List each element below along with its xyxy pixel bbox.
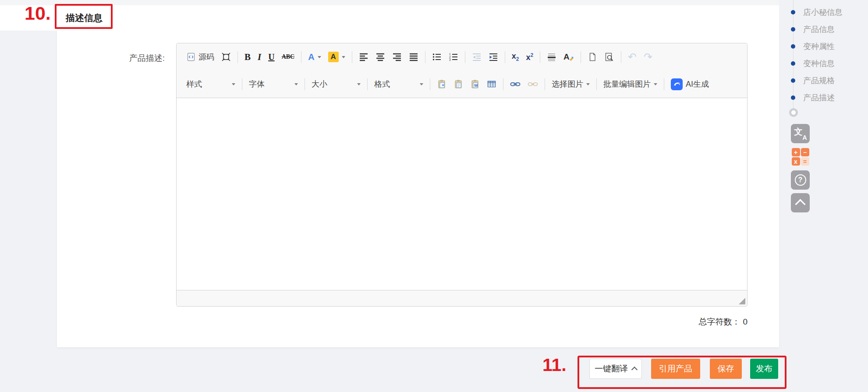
batch-edit-images-button[interactable]: 批量编辑图片: [600, 75, 661, 93]
bold-button[interactable]: B: [241, 48, 254, 66]
chevron-down-icon: [342, 56, 345, 58]
subscript-icon: x2: [512, 52, 519, 62]
reference-product-button[interactable]: 引用产品: [651, 359, 700, 379]
sidebar-item-product-specs[interactable]: 产品规格: [803, 75, 835, 86]
justify-icon: [409, 52, 418, 62]
svg-text:W: W: [474, 83, 478, 88]
toolbar-separator: [242, 78, 242, 90]
styles-dropdown[interactable]: 样式: [183, 75, 239, 93]
calculator-tool-button[interactable]: + − x =: [791, 147, 810, 166]
nav-dot-icon: [791, 95, 795, 100]
sidebar-item-variant-attributes[interactable]: 变种属性: [803, 41, 835, 52]
ai-whale-icon: [671, 78, 683, 90]
calculator-icon: + − x =: [792, 148, 809, 166]
underline-button[interactable]: U: [265, 48, 278, 66]
italic-button[interactable]: I: [254, 48, 265, 66]
undo-icon: ↶: [628, 52, 637, 62]
bold-icon: B: [244, 52, 251, 63]
sidebar-item-product-description[interactable]: 产品描述: [803, 92, 835, 103]
editor-bottom-bar: [177, 290, 747, 306]
sidebar-item-product-info[interactable]: 产品信息: [803, 24, 835, 35]
help-tool-button[interactable]: ?: [791, 170, 810, 190]
section-header-band: [0, 5, 779, 31]
indent-button[interactable]: [485, 48, 502, 66]
subscript-button[interactable]: x2: [508, 48, 523, 66]
annotation-step-11: 11.: [542, 355, 567, 375]
align-right-button[interactable]: [389, 48, 405, 66]
horizontal-rule-button[interactable]: [543, 48, 560, 66]
nav-dot-icon: [791, 78, 795, 83]
table-icon: [487, 79, 496, 89]
toolbar-separator: [465, 51, 465, 63]
sidebar-item-variant-info[interactable]: 变种信息: [803, 58, 835, 69]
sidebar-item-dianxiaomi-info[interactable]: 店小秘信息: [803, 7, 843, 18]
toolbar-separator: [352, 51, 352, 63]
remove-format-button[interactable]: A: [560, 48, 577, 66]
chevron-down-icon: [318, 56, 321, 58]
align-center-button[interactable]: [372, 48, 389, 66]
toolbar-separator: [621, 51, 621, 63]
translate-tool-button[interactable]: 文A: [791, 124, 810, 143]
strikethrough-button[interactable]: ABC: [278, 48, 298, 66]
preview-button[interactable]: [601, 48, 618, 66]
italic-icon: I: [258, 52, 261, 63]
link-button[interactable]: [507, 75, 524, 93]
numbered-list-button[interactable]: 123: [445, 48, 462, 66]
maximize-button[interactable]: [218, 48, 234, 66]
source-code-button[interactable]: 源码: [183, 48, 218, 66]
annotation-step-10: 10.: [25, 3, 51, 24]
new-page-button[interactable]: [584, 48, 601, 66]
link-icon: [510, 79, 521, 89]
toolbar-separator: [237, 51, 238, 63]
paste-plain-text-button[interactable]: [450, 75, 467, 93]
unlink-button-disabled[interactable]: [524, 75, 542, 93]
bullet-list-button[interactable]: [429, 48, 445, 66]
nav-dot-icon: [791, 61, 795, 66]
justify-button[interactable]: [405, 48, 422, 66]
toolbar-separator: [540, 51, 540, 63]
select-image-button[interactable]: 选择图片: [548, 75, 593, 93]
undo-button-disabled[interactable]: ↶: [624, 48, 640, 66]
reference-product-label: 引用产品: [659, 363, 692, 374]
toolbar-row-2: 样式 字体 大小 格式: [179, 71, 744, 98]
toolbar-separator: [367, 78, 368, 90]
indent-icon: [489, 52, 498, 62]
paste-from-word-button[interactable]: W: [467, 75, 483, 93]
font-dropdown[interactable]: 字体: [245, 75, 301, 93]
back-to-top-icon: [795, 199, 805, 209]
styles-dropdown-label: 样式: [186, 79, 202, 89]
text-color-icon: A: [308, 52, 314, 62]
superscript-button[interactable]: x2: [522, 48, 537, 66]
toolbar-separator: [503, 78, 503, 90]
one-click-translate-button[interactable]: 一键翻译: [589, 359, 642, 379]
strikethrough-icon: ABC: [282, 53, 295, 60]
save-button[interactable]: 保存: [710, 359, 742, 379]
publish-button[interactable]: 发布: [750, 359, 778, 379]
format-dropdown[interactable]: 格式: [371, 75, 427, 93]
font-dropdown-label: 字体: [249, 79, 265, 89]
back-to-top-button[interactable]: [791, 193, 810, 212]
redo-button-disabled[interactable]: ↷: [640, 48, 656, 66]
toolbar-separator: [664, 78, 664, 90]
help-icon: ?: [795, 174, 806, 186]
sidebar-timeline-line: [793, 0, 794, 109]
underline-icon: U: [268, 52, 274, 62]
editor-content-area[interactable]: [177, 98, 747, 290]
align-right-icon: [392, 52, 402, 62]
superscript-icon: x2: [526, 52, 533, 62]
paste-button[interactable]: [433, 75, 450, 93]
text-color-button[interactable]: A: [305, 48, 324, 66]
new-page-icon: [588, 52, 597, 62]
paste-plain-text-icon: [453, 79, 463, 89]
publish-label: 发布: [756, 363, 772, 374]
outdent-button-disabled[interactable]: [468, 48, 485, 66]
timeline-end-ring-icon: [789, 108, 798, 117]
table-button[interactable]: [483, 75, 500, 93]
align-left-button[interactable]: [355, 48, 372, 66]
size-dropdown[interactable]: 大小: [308, 75, 364, 93]
highlight-color-icon: A: [328, 52, 339, 62]
ai-generate-button[interactable]: AI生成: [667, 75, 712, 93]
ai-generate-label: AI生成: [686, 79, 709, 89]
resize-handle-icon[interactable]: [739, 298, 745, 304]
highlight-color-button[interactable]: A: [325, 48, 349, 66]
